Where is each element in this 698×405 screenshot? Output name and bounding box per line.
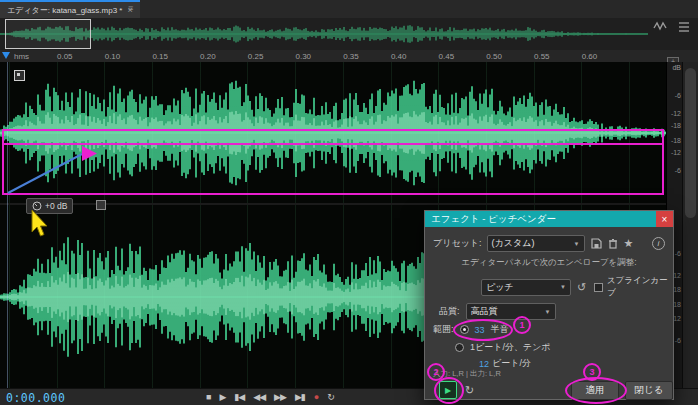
spline-label: スプラインカーブ xyxy=(607,275,673,299)
panel-options-icon[interactable] xyxy=(676,18,692,34)
chevron-down-icon: ▼ xyxy=(574,241,580,247)
ruler-tick: 0.25 xyxy=(248,52,264,61)
quality-select[interactable]: 高品質 ▼ xyxy=(466,303,556,320)
loop-playback-button[interactable]: ↻ xyxy=(327,391,334,403)
annotation-ellipse-1 xyxy=(453,319,513,341)
db-unit-label: dB xyxy=(672,64,681,71)
dialog-title-bar[interactable]: エフェクト - ピッチベンダー xyxy=(425,211,673,227)
time-display[interactable]: 0:00.000 xyxy=(6,391,65,405)
db-label: -18 xyxy=(671,122,681,129)
ruler-corner: + − xyxy=(666,50,698,62)
panel-menu-icon[interactable]: ≡ xyxy=(128,3,133,13)
beats-option-label: 1ビート/分、テンポ xyxy=(470,341,551,354)
ruler-tick: 0.10 xyxy=(105,52,121,61)
editor-tab-title: エディター: katana_glass.mp3 * xyxy=(7,5,122,16)
info-icon[interactable]: i xyxy=(652,237,665,250)
mouse-cursor-icon xyxy=(26,210,50,240)
pitch-envelope-line[interactable] xyxy=(2,143,662,145)
rewind-button[interactable]: ◀◀ xyxy=(253,391,265,403)
bpm-value[interactable]: 12 xyxy=(479,359,489,369)
preset-select[interactable]: (カスタム) ▼ xyxy=(487,235,585,252)
quality-label: 品質: xyxy=(439,305,460,318)
db-label: -12 xyxy=(671,110,681,117)
zoom-navigator[interactable] xyxy=(0,18,698,51)
favorite-star-icon[interactable]: ★ xyxy=(624,237,634,250)
scroll-icon[interactable] xyxy=(652,18,668,34)
ruler-tick: 0.50 xyxy=(486,52,502,61)
beats-radio[interactable] xyxy=(455,343,464,352)
skip-to-start-button[interactable]: ▮◀ xyxy=(234,391,244,403)
ruler-tick: 0.35 xyxy=(343,52,359,61)
annotation-ellipse-3 xyxy=(565,377,627,404)
stop-button[interactable]: ■ xyxy=(206,391,210,403)
chevron-down-icon: ▼ xyxy=(560,284,566,290)
ruler-tick: 0.05 xyxy=(57,52,73,61)
ruler-tick: 0.15 xyxy=(152,52,168,61)
db-label: -12 xyxy=(671,149,681,156)
dialog-title: エフェクト - ピッチベンダー xyxy=(425,213,556,226)
save-preset-icon[interactable] xyxy=(591,238,602,249)
preset-value: (カスタム) xyxy=(492,237,535,250)
annotation-badge-3: 3 xyxy=(583,363,601,381)
record-button[interactable]: ● xyxy=(314,391,318,403)
editor-tab[interactable]: エディター: katana_glass.mp3 * × xyxy=(0,0,140,18)
dialog-close-button[interactable]: × xyxy=(656,211,673,227)
db-label: -6 xyxy=(675,250,681,257)
fast-forward-button[interactable]: ▶▶ xyxy=(274,391,286,403)
envelope-edit-icon[interactable] xyxy=(14,70,25,81)
quality-value: 高品質 xyxy=(471,305,498,318)
range-label: 範囲: xyxy=(433,323,454,336)
db-label: -6 xyxy=(675,167,681,174)
ruler-tick: 0.45 xyxy=(439,52,455,61)
play-button[interactable]: ▶ xyxy=(219,391,225,403)
delete-preset-icon[interactable] xyxy=(608,238,618,249)
db-label: -6 xyxy=(675,337,681,344)
preview-loop-icon[interactable]: ↻ xyxy=(465,384,474,397)
time-ruler-unit: hms xyxy=(14,52,29,61)
transport-controls: ■▶▮◀◀◀▶▶▶▮●↻ xyxy=(206,391,334,403)
audition-window: エディター: katana_glass.mp3 * × ≡ hms 0.050.… xyxy=(0,0,698,405)
playhead-marker-icon[interactable] xyxy=(2,52,10,59)
editor-tab-bar: エディター: katana_glass.mp3 * × ≡ xyxy=(0,0,698,19)
ruler-tick: 0.30 xyxy=(296,52,312,61)
pin-icon[interactable] xyxy=(96,200,106,210)
preset-label: プリセット: xyxy=(433,237,482,250)
db-label: -6 xyxy=(675,92,681,99)
spline-checkbox[interactable] xyxy=(594,283,603,292)
ruler-tick: 0.20 xyxy=(200,52,216,61)
reset-envelope-icon[interactable]: ↺ xyxy=(577,281,586,294)
annotation-highlight-rect xyxy=(2,129,664,195)
navigator-waveform xyxy=(0,18,648,50)
close-button[interactable]: 閉じる xyxy=(625,381,673,400)
pitch-bender-dialog: エフェクト - ピッチベンダー × プリセット: (カスタム) ▼ ★ i エデ… xyxy=(424,210,674,400)
annotation-ellipse-2 xyxy=(434,377,464,404)
ruler-tick: 0.60 xyxy=(582,52,598,61)
ruler-tick: 0.55 xyxy=(534,52,550,61)
annotation-badge-1: 1 xyxy=(513,316,531,334)
envelope-param-value: ピッチ xyxy=(486,281,514,294)
skip-to-end-button[interactable]: ▶▮ xyxy=(295,391,305,403)
vertical-scrollbar-thumb[interactable] xyxy=(685,68,696,218)
navigator-range-box[interactable] xyxy=(5,19,91,49)
playhead-line[interactable] xyxy=(7,62,8,388)
chevron-down-icon: ▼ xyxy=(545,309,551,315)
db-label: -18 xyxy=(671,137,681,144)
envelope-param-select[interactable]: ピッチ ▼ xyxy=(481,279,571,296)
annotation-badge-2: 2 xyxy=(427,363,445,381)
ruler-tick: 0.40 xyxy=(391,52,407,61)
vertical-scrollbar[interactable] xyxy=(682,62,698,388)
annotation-arrow-icon xyxy=(82,146,98,162)
envelope-hint-text: エディターパネルで次のエンベロープを調整: xyxy=(425,257,673,269)
